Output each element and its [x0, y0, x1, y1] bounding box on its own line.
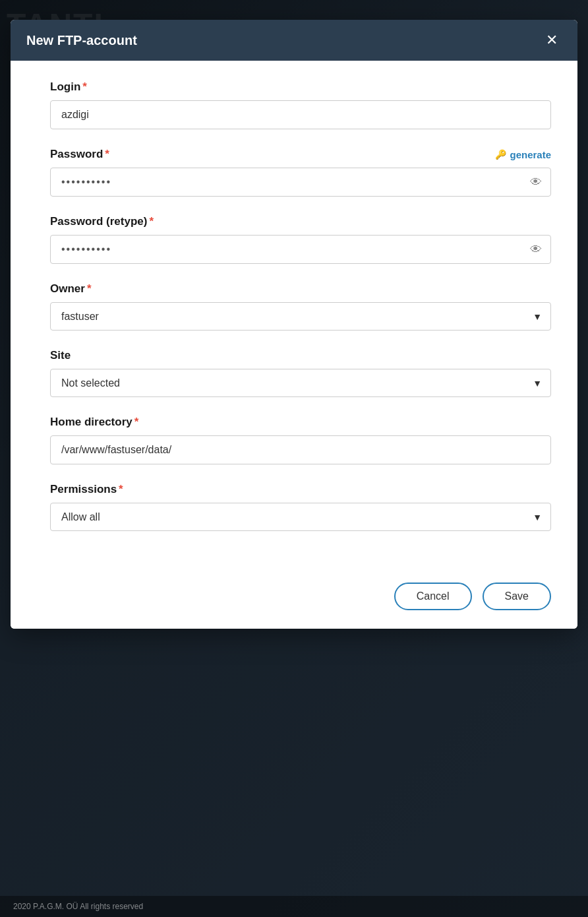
login-input[interactable] [50, 100, 551, 129]
home-dir-required: * [134, 416, 139, 428]
login-group: Login* [50, 80, 551, 129]
save-button[interactable]: Save [483, 583, 551, 610]
permissions-required: * [119, 483, 123, 495]
modal-backdrop: New FTP-account ✕ Login* Password* [0, 0, 588, 917]
password-label: Password* [50, 148, 109, 161]
password-retype-input[interactable] [50, 235, 551, 264]
login-label: Login* [50, 80, 551, 94]
password-eye-icon[interactable]: 👁 [530, 175, 542, 189]
permissions-select-wrapper: Allow all ▼ [50, 503, 551, 531]
owner-label: Owner* [50, 282, 551, 296]
site-select-wrapper: Not selected ▼ [50, 369, 551, 397]
modal-title: New FTP-account [26, 33, 137, 48]
copyright-text: 2020 P.A.G.M. OÜ All rights reserved [13, 902, 143, 911]
key-icon: 🔑 [495, 149, 506, 160]
password-group: Password* 🔑 generate 👁 [50, 148, 551, 197]
site-label: Site [50, 349, 551, 362]
password-retype-eye-icon[interactable]: 👁 [530, 243, 542, 257]
password-retype-input-wrapper: 👁 [50, 235, 551, 264]
owner-select-wrapper: fastuser ▼ [50, 302, 551, 331]
modal-container: New FTP-account ✕ Login* Password* [11, 20, 577, 629]
permissions-group: Permissions* Allow all ▼ [50, 483, 551, 531]
password-label-row: Password* 🔑 generate [50, 148, 551, 161]
cancel-button[interactable]: Cancel [394, 583, 472, 610]
site-select[interactable]: Not selected [50, 369, 551, 397]
home-dir-group: Home directory* [50, 416, 551, 464]
login-required: * [82, 80, 87, 93]
password-input[interactable] [50, 168, 551, 197]
generate-password-link[interactable]: 🔑 generate [495, 149, 551, 160]
modal-footer: Cancel Save [11, 569, 577, 629]
permissions-select[interactable]: Allow all [50, 503, 551, 531]
owner-group: Owner* fastuser ▼ [50, 282, 551, 331]
owner-required: * [87, 282, 92, 295]
site-group: Site Not selected ▼ [50, 349, 551, 397]
home-dir-label: Home directory* [50, 416, 551, 429]
owner-select[interactable]: fastuser [50, 302, 551, 331]
close-icon: ✕ [546, 32, 558, 48]
password-retype-required: * [149, 215, 154, 228]
modal-header: New FTP-account ✕ [11, 20, 577, 61]
modal-body: Login* Password* 🔑 generate 👁 [11, 61, 577, 569]
password-retype-label: Password (retype)* [50, 215, 551, 228]
permissions-label: Permissions* [50, 483, 551, 496]
footer-bar: 2020 P.A.G.M. OÜ All rights reserved [0, 896, 588, 917]
modal-close-button[interactable]: ✕ [542, 32, 562, 49]
password-input-wrapper: 👁 [50, 168, 551, 197]
password-retype-group: Password (retype)* 👁 [50, 215, 551, 264]
password-required: * [105, 148, 109, 160]
home-dir-input[interactable] [50, 435, 551, 464]
